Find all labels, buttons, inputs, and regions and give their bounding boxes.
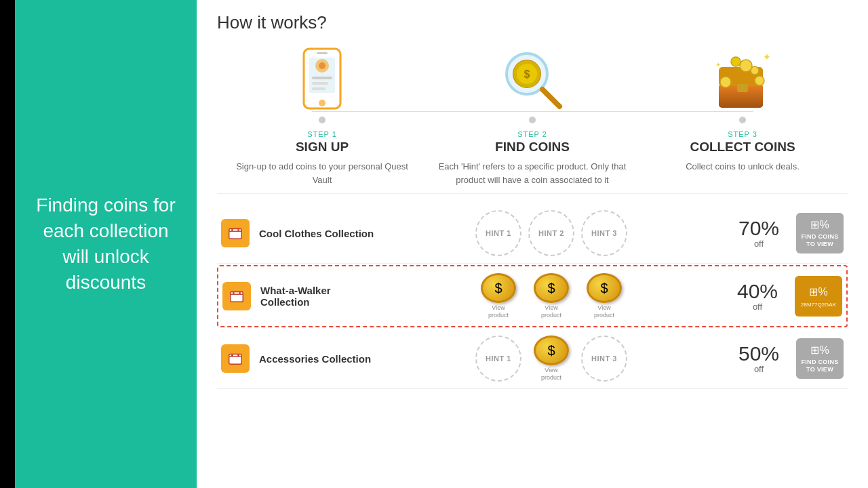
step-divider-line	[312, 111, 753, 112]
walker-name: What-a-Walker Collection	[260, 285, 376, 308]
cool-clothes-action[interactable]: ⊞% FIND COINS TO VIEW	[796, 213, 844, 253]
step1-icon	[298, 47, 346, 111]
walker-coin-3[interactable]: $ Viewproduct	[581, 273, 627, 319]
svg-rect-5	[312, 82, 328, 85]
left-black-strip	[0, 0, 15, 488]
step2-label: STEP 2	[517, 130, 547, 138]
accessories-off: off	[728, 364, 789, 374]
svg-rect-34	[229, 354, 241, 365]
accessories-hint-3: HINT 3	[581, 336, 627, 382]
step3-desc: Collect coins to unlock deals.	[686, 160, 800, 174]
acc-find-coins-icon: ⊞%	[810, 344, 829, 357]
cool-clothes-pct: 70%	[728, 218, 789, 239]
teal-panel-text: Finding coins for each collection will u…	[35, 192, 176, 295]
walker-pct: 40%	[727, 281, 788, 302]
svg-text:✦: ✦	[715, 61, 721, 68]
svg-point-3	[319, 62, 326, 69]
steps-section: STEP 1 SIGN UP Sign-up to add coins to y…	[217, 40, 848, 194]
collection-row-cool-clothes: Cool Clothes Collection HINT 1 HINT 2 HI…	[217, 203, 848, 264]
svg-point-29	[237, 229, 239, 231]
svg-point-23	[751, 66, 759, 75]
accessories-discount: 50% off	[728, 344, 789, 374]
cool-clothes-discount: 70% off	[728, 218, 789, 249]
svg-text:✦: ✦	[763, 52, 771, 62]
accessories-name: Accessories Collection	[259, 353, 374, 365]
cool-clothes-name: Cool Clothes Collection	[259, 228, 374, 239]
walker-coin-1[interactable]: $ Viewproduct	[475, 273, 521, 319]
step3-label: STEP 3	[728, 130, 757, 138]
svg-rect-26	[229, 229, 241, 239]
step3-icon: ✦ ✦	[709, 47, 776, 111]
step2-dot	[529, 117, 536, 123]
step2-desc: Each 'Hint' refers to a specific product…	[437, 160, 627, 186]
accessories-pct: 50%	[728, 344, 789, 364]
step1-label: STEP 1	[307, 130, 337, 138]
svg-point-37	[237, 354, 239, 357]
collection-row-walker: What-a-Walker Collection $ Viewproduct $…	[217, 265, 848, 327]
svg-rect-30	[231, 292, 243, 302]
collections-section: Cool Clothes Collection HINT 1 HINT 2 HI…	[217, 203, 848, 389]
hint-badge-3: HINT 3	[581, 210, 627, 256]
cool-clothes-icon	[221, 219, 250, 247]
left-teal-panel: Finding coins for each collection will u…	[15, 0, 197, 488]
svg-point-19	[720, 77, 731, 87]
coin-icon-3: $	[587, 273, 622, 303]
hint-badge-1: HINT 1	[475, 210, 521, 256]
accessories-coin-1[interactable]: $ Viewproduct	[528, 336, 574, 382]
svg-rect-6	[312, 87, 326, 90]
svg-point-7	[319, 100, 326, 106]
step-2: $ STEP 2 FIND COINS Each 'Hint' refers t…	[437, 47, 627, 186]
walker-icon	[222, 282, 251, 310]
svg-rect-8	[317, 52, 328, 54]
svg-point-32	[233, 292, 235, 294]
acc-view-product: Viewproduct	[541, 367, 561, 382]
accessories-hints: HINT 1 $ Viewproduct HINT 3	[374, 336, 728, 382]
cool-clothes-action-text: FIND COINS TO VIEW	[796, 233, 844, 248]
step-3: ✦ ✦ STEP 3 COLLECT COINS Collect coins t…	[648, 47, 837, 174]
hint-badge-2: HINT 2	[528, 210, 574, 256]
coin-icon-2: $	[534, 273, 569, 303]
step1-dot	[319, 117, 326, 123]
accessories-hint-1: HINT 1	[475, 336, 521, 382]
coin-icon-1: $	[481, 273, 516, 303]
walker-coin-2[interactable]: $ Viewproduct	[528, 273, 574, 319]
walker-code-icon: ⊞%	[809, 285, 827, 298]
svg-point-20	[755, 76, 764, 85]
accessories-action-text: FIND COINS TO VIEW	[796, 359, 844, 373]
step1-title: SIGN UP	[296, 140, 349, 155]
svg-point-28	[231, 229, 233, 231]
svg-point-33	[239, 292, 241, 294]
view-product-1: Viewproduct	[488, 304, 509, 319]
page-title: How it works?	[217, 12, 848, 33]
step2-title: FIND COINS	[495, 140, 570, 155]
accessories-icon	[221, 344, 250, 373]
step-1: STEP 1 SIGN UP Sign-up to add coins to y…	[227, 47, 417, 186]
svg-point-22	[731, 57, 741, 66]
find-coins-icon: ⊞%	[810, 218, 829, 231]
step3-title: COLLECT COINS	[690, 140, 795, 155]
step1-desc: Sign-up to add coins to your personal Qu…	[227, 160, 417, 186]
collection-row-accessories: Accessories Collection HINT 1 $ Viewprod…	[217, 329, 848, 389]
step2-icon: $	[498, 47, 566, 111]
main-content: How it works?	[197, 0, 868, 488]
walker-action[interactable]: ⊞% 28M77Q2GAK	[795, 276, 842, 317]
view-product-2: Viewproduct	[541, 304, 561, 319]
svg-point-36	[231, 354, 233, 357]
view-product-3: Viewproduct	[594, 304, 614, 319]
walker-hints: $ Viewproduct $ Viewproduct $ Viewproduc…	[376, 273, 727, 319]
step3-dot	[739, 117, 746, 123]
cool-clothes-hints: HINT 1 HINT 2 HINT 3	[374, 210, 728, 256]
svg-rect-4	[312, 77, 332, 79]
svg-line-14	[542, 89, 559, 106]
acc-coin-icon: $	[534, 336, 569, 365]
walker-discount: 40% off	[727, 281, 788, 312]
walker-off: off	[727, 302, 788, 312]
svg-rect-18	[737, 84, 748, 92]
cool-clothes-off: off	[728, 239, 789, 249]
accessories-action[interactable]: ⊞% FIND COINS TO VIEW	[796, 338, 844, 379]
walker-code: 28M77Q2GAK	[801, 302, 836, 308]
svg-text:$: $	[524, 68, 530, 80]
